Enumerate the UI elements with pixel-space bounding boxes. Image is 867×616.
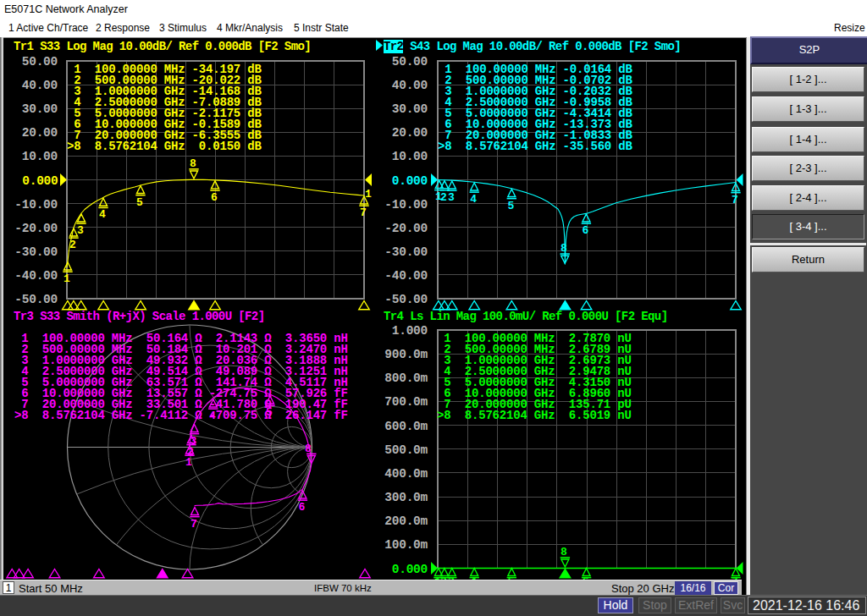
svg-text:2: 2 [69,239,76,251]
svg-text:7: 7 [360,206,367,219]
svg-text:6: 6 [298,501,305,514]
svg-text:5: 5 [507,200,514,212]
svg-text:1: 1 [64,272,70,285]
svg-text:1: 1 [365,188,372,201]
svg-text:6: 6 [582,224,588,237]
svg-text:5: 5 [136,196,143,209]
svg-text:6: 6 [211,191,218,204]
svg-text:3: 3 [191,435,197,448]
svg-text:4: 4 [470,193,477,206]
svg-text:8: 8 [561,242,567,255]
svg-text:7: 7 [191,518,197,531]
svg-text:2: 2 [440,191,447,204]
svg-text:3: 3 [77,224,84,237]
svg-text:8: 8 [190,157,196,170]
svg-text:8: 8 [561,546,567,558]
svg-text:3: 3 [448,191,455,204]
svg-text:4: 4 [99,208,106,221]
svg-text:2: 2 [187,446,194,459]
svg-text:7: 7 [732,194,738,206]
svg-text:8: 8 [305,443,312,455]
